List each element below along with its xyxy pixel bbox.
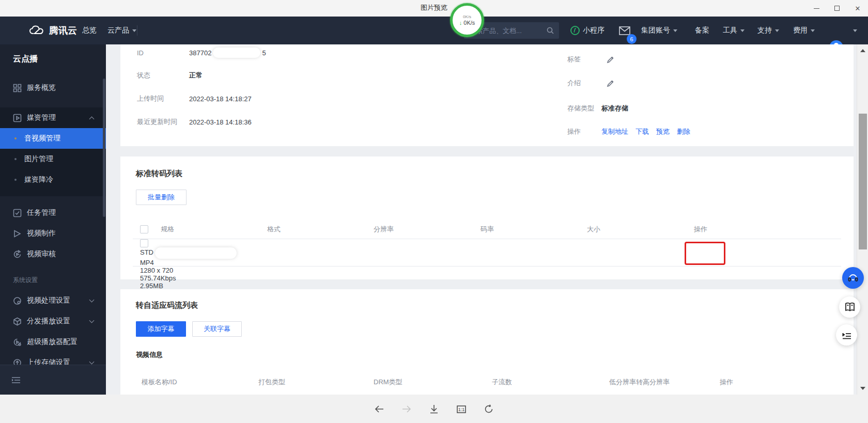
- sidebar-item-service-overview[interactable]: 服务概览: [0, 77, 106, 98]
- nav-miniprogram[interactable]: 小程序: [570, 17, 605, 44]
- sidebar-item-media-management[interactable]: 媒资管理: [0, 107, 106, 128]
- sidebar-item-image-management[interactable]: 图片管理: [0, 149, 106, 169]
- add-subtitle-button[interactable]: 添加字幕: [136, 321, 186, 337]
- scroll-down-arrow[interactable]: [857, 383, 868, 394]
- sidebar-item-av-management[interactable]: 音视频管理: [0, 128, 106, 149]
- col-bitrate: 码率: [481, 225, 587, 234]
- media-icon: [13, 114, 22, 122]
- sidebar-item-superplayer-config[interactable]: 超级播放器配置: [0, 332, 106, 352]
- media-detail-card: ID 3877025 状态 正常 上传时间 2022-03-18 14:18:2…: [120, 44, 854, 146]
- chevron-down-icon: [673, 29, 677, 32]
- col-package-type: 打包类型: [258, 378, 374, 387]
- download-link[interactable]: 下载: [636, 127, 649, 136]
- brand-logo[interactable]: 腾讯云: [29, 17, 77, 44]
- account-menu-toggle[interactable]: [850, 17, 857, 44]
- media-id-prefix: 387702: [189, 49, 211, 57]
- chevron-down-icon: [775, 29, 779, 32]
- transcode-list-card: 标准转码列表 批量删除 规格 格式 分辨率 码率 大小 操作 STD MP4 1…: [120, 156, 854, 279]
- table-divider: [133, 266, 841, 267]
- sidebar-item-media-cooling[interactable]: 媒资降冷: [0, 169, 106, 190]
- network-speed-widget[interactable]: 0K/s ↓ 0K/s: [450, 3, 484, 37]
- nav-tools[interactable]: 工具: [723, 17, 745, 44]
- nav-support[interactable]: 支持: [757, 17, 779, 44]
- nav-products[interactable]: 云产品: [107, 17, 136, 44]
- page-scrollbar[interactable]: [857, 44, 868, 395]
- maximize-button[interactable]: [827, 0, 847, 17]
- sidebar-item-task-management[interactable]: 任务管理: [0, 202, 106, 223]
- down-arrow-icon: ↓: [459, 20, 462, 26]
- miniprogram-icon: [570, 26, 580, 35]
- batch-delete-button[interactable]: 批量删除: [136, 190, 187, 205]
- preview-link[interactable]: 预览: [656, 127, 670, 136]
- upload-time-value: 2022-03-18 14:18:27: [189, 95, 252, 103]
- id-label: ID: [137, 49, 144, 57]
- nav-billing[interactable]: 费用: [793, 17, 815, 44]
- sidebar-item-video-production[interactable]: 视频制作: [0, 223, 106, 244]
- svg-text:1:1: 1:1: [458, 406, 465, 412]
- nav-beian[interactable]: 备案: [695, 17, 709, 44]
- upload-speed: 0K/s: [463, 14, 471, 20]
- edit-pencil-icon[interactable]: [607, 80, 614, 87]
- chevron-down-icon: [89, 318, 95, 323]
- docs-fab[interactable]: [839, 296, 860, 318]
- storage-type-value: 标准存储: [601, 104, 628, 113]
- ops-label: 操作: [567, 127, 581, 136]
- main-content: ID 3877025 状态 正常 上传时间 2022-03-18 14:18:2…: [106, 44, 868, 395]
- maximize-icon: [834, 6, 840, 11]
- minimize-button[interactable]: [806, 0, 827, 17]
- media-id-suffix: 5: [262, 49, 266, 57]
- delete-link[interactable]: 删除: [677, 127, 690, 136]
- nav-group-account[interactable]: 集团账号: [641, 17, 677, 44]
- back-arrow-icon: [374, 403, 385, 415]
- top-nav: 腾讯云 总览 云产品 小程序 6 集团账号 备案 工具 支持 费用: [0, 17, 868, 44]
- col-size: 大小: [587, 225, 694, 234]
- scroll-up-arrow[interactable]: [857, 45, 868, 56]
- rotate-button[interactable]: [482, 402, 495, 416]
- col-low-to-high: 低分辨率转高分辨率: [609, 378, 720, 387]
- chevron-up-icon: [89, 117, 95, 122]
- adaptive-table-header: 模板名称/ID 打包类型 DRM类型 子流数 低分辨率转高分辨率 操作: [120, 377, 854, 387]
- copy-url-link[interactable]: 复制地址: [601, 127, 628, 136]
- close-icon: ✕: [855, 5, 861, 12]
- sidebar-item-video-processing-settings[interactable]: 视频处理设置: [0, 290, 106, 311]
- tag-label: 标签: [567, 55, 581, 64]
- sidebar-scrollbar-thumb[interactable]: [103, 79, 105, 217]
- row-checkbox[interactable]: [140, 239, 148, 247]
- grid-icon: [13, 84, 22, 92]
- scrollbar-thumb[interactable]: [859, 114, 867, 249]
- transcode-table-row: STD MP4 1280 x 720 575.74Kbps 2.95MB 复制地…: [120, 239, 854, 266]
- support-fab[interactable]: [842, 267, 864, 289]
- collapse-sidebar-icon[interactable]: [11, 377, 21, 384]
- window-controls: ✕: [806, 0, 868, 17]
- forward-button[interactable]: [400, 402, 413, 416]
- ratio-1-1-icon: 1:1: [456, 403, 467, 415]
- download-button[interactable]: [427, 402, 441, 416]
- update-time-value: 2022-03-18 14:18:36: [189, 118, 252, 126]
- close-button[interactable]: ✕: [847, 0, 868, 17]
- sidebar-group-media: 媒资管理 音视频管理 图片管理 媒资降冷: [0, 107, 106, 196]
- select-all-checkbox[interactable]: [140, 225, 148, 233]
- col-substreams: 子流数: [492, 378, 609, 387]
- task-icon: [13, 209, 22, 217]
- bullet-dot: [14, 137, 17, 139]
- link-subtitle-button[interactable]: 关联字幕: [192, 321, 242, 337]
- nav-overview[interactable]: 总览: [82, 17, 97, 44]
- rotate-icon: [483, 403, 494, 415]
- col-format: 格式: [267, 225, 374, 234]
- upload-time-label: 上传时间: [137, 94, 164, 103]
- status-value: 正常: [189, 71, 203, 80]
- mail-badge: 6: [627, 34, 637, 44]
- search-icon[interactable]: [546, 26, 554, 35]
- back-button[interactable]: [373, 402, 386, 416]
- chevron-down-icon: [811, 29, 815, 32]
- sidebar-item-distribution-settings[interactable]: 分发播放设置: [0, 311, 106, 332]
- sidebar-item-video-review[interactable]: 视频审核: [0, 244, 106, 264]
- minimize-icon: [814, 8, 819, 9]
- redaction-blur: [155, 247, 237, 259]
- col-drm-type: DRM类型: [374, 378, 492, 387]
- superplayer-icon: [13, 338, 22, 347]
- actual-size-button[interactable]: 1:1: [455, 402, 468, 416]
- feedback-fab[interactable]: [836, 324, 857, 346]
- col-operations: 操作: [694, 225, 854, 234]
- edit-pencil-icon[interactable]: [607, 56, 614, 64]
